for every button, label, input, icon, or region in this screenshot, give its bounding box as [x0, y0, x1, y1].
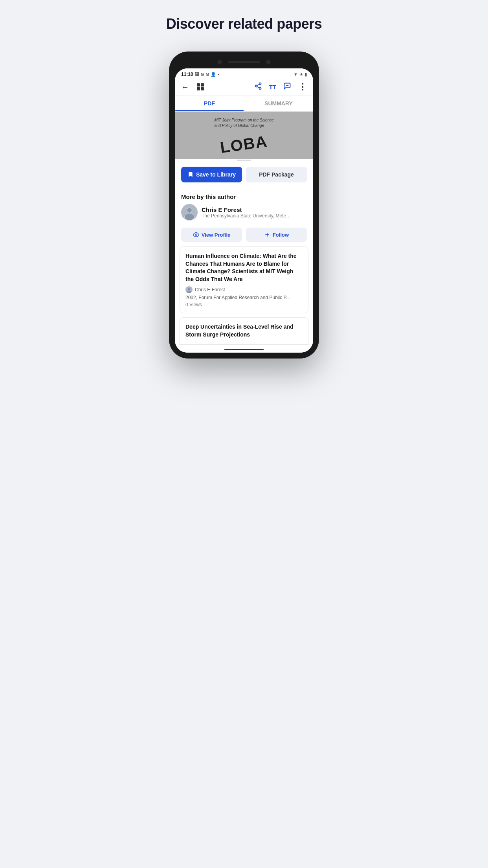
- avatar-svg: [181, 204, 198, 221]
- bottom-sheet: Save to Library PDF Package More by this…: [175, 160, 313, 345]
- save-label: Save to Library: [196, 171, 236, 178]
- dot-status-icon: •: [218, 72, 219, 77]
- page-heading: Discover related papers: [166, 16, 322, 32]
- view-profile-label: View Profile: [202, 232, 230, 238]
- pdf-package-label: PDF Package: [259, 171, 294, 178]
- status-bar: 11:10 🖼 G M 👤 • ▼ ✈ ▮: [175, 68, 313, 79]
- camera-dot-right: [266, 60, 271, 64]
- pdf-big-text: LOBA: [219, 132, 269, 156]
- author-row: Chris E Forest The Pennsylvania State Un…: [181, 204, 307, 221]
- action-buttons-row: Save to Library PDF Package: [175, 167, 313, 189]
- svg-point-11: [195, 234, 197, 235]
- paper-year-journal-1: 2002, Forum For Applied Research and Pub…: [185, 295, 303, 300]
- paper-meta-row-1: Chris E Forest: [185, 286, 303, 293]
- paper-avatar-svg-1: [185, 286, 193, 293]
- gmail-status-icon: M: [205, 72, 209, 77]
- paper-title-2: Deep Uncertainties in Sea-Level Rise and…: [185, 323, 303, 338]
- pdf-preview-area: MIT Joint Program on the Science and Pol…: [175, 112, 313, 159]
- profile-buttons: View Profile Follow: [175, 228, 313, 246]
- follow-button[interactable]: Follow: [246, 228, 307, 242]
- paper-author-avatar-1: [185, 286, 193, 293]
- author-info: Chris E Forest The Pennsylvania State Un…: [202, 206, 307, 219]
- status-right: ▼ ✈ ▮: [294, 72, 307, 77]
- speaker-bar: [228, 61, 260, 63]
- battery-icon: ▮: [305, 72, 307, 77]
- grid-icon[interactable]: [197, 83, 204, 90]
- phone-top-bar: [175, 57, 313, 68]
- tab-pdf[interactable]: PDF: [175, 96, 244, 111]
- save-to-library-button[interactable]: Save to Library: [181, 167, 242, 182]
- paper-views-1: 0 Views: [185, 302, 303, 307]
- person-status-icon: 👤: [211, 72, 216, 77]
- phone-shell: 11:10 🖼 G M 👤 • ▼ ✈ ▮ ←: [169, 52, 319, 358]
- drag-handle: [237, 160, 251, 161]
- pdf-content: MIT Joint Program on the Science and Pol…: [206, 114, 281, 157]
- time-display: 11:10: [181, 72, 193, 77]
- plus-icon: [264, 232, 270, 238]
- status-left: 11:10 🖼 G M 👤 •: [181, 72, 219, 77]
- google-status-icon: G: [201, 72, 204, 77]
- nav-right: TT ⋮: [254, 82, 307, 92]
- author-name: Chris E Forest: [202, 206, 307, 213]
- paper-card-1[interactable]: Human Influence on Climate: What Are the…: [180, 246, 308, 313]
- photo-status-icon: 🖼: [195, 72, 199, 77]
- pdf-title-line1: MIT Joint Program on the Science: [214, 118, 273, 123]
- paper-card-2-partial[interactable]: Deep Uncertainties in Sea-Level Rise and…: [180, 317, 308, 344]
- tab-summary[interactable]: SUMMARY: [244, 96, 313, 111]
- more-by-author-section: More by this author Chris E Forest: [175, 189, 313, 228]
- bookmark-icon: [187, 171, 194, 178]
- svg-line-4: [257, 84, 259, 85]
- author-affiliation: The Pennsylvania State University, Meteo…: [202, 213, 292, 219]
- share-icon[interactable]: [254, 82, 262, 92]
- airplane-icon: ✈: [299, 72, 303, 77]
- author-avatar: [181, 204, 198, 221]
- phone-screen: 11:10 🖼 G M 👤 • ▼ ✈ ▮ ←: [175, 68, 313, 353]
- paper-title-1: Human Influence on Climate: What Are the…: [185, 252, 303, 283]
- more-menu-icon[interactable]: ⋮: [298, 82, 307, 92]
- home-bar: [175, 345, 313, 353]
- more-author-label: More by this author: [181, 193, 307, 200]
- text-size-icon[interactable]: TT: [269, 84, 276, 90]
- tabs: PDF SUMMARY: [175, 96, 313, 112]
- eye-icon: [193, 232, 199, 238]
- nav-left: ←: [181, 83, 204, 92]
- paper-author-name-1: Chris E Forest: [195, 287, 225, 292]
- svg-point-10: [185, 214, 194, 220]
- svg-line-3: [257, 86, 259, 88]
- svg-point-15: [188, 288, 190, 290]
- svg-point-9: [187, 208, 192, 213]
- pdf-package-button[interactable]: PDF Package: [246, 167, 307, 182]
- camera-dot: [217, 60, 222, 64]
- nav-bar: ← TT ⋮: [175, 79, 313, 96]
- follow-label: Follow: [273, 232, 289, 238]
- comment-icon[interactable]: [283, 82, 291, 92]
- pdf-title-line2: and Policy of Global Change: [214, 123, 273, 129]
- view-profile-button[interactable]: View Profile: [181, 228, 242, 242]
- wifi-icon: ▼: [294, 72, 298, 77]
- back-button[interactable]: ←: [181, 83, 189, 92]
- home-indicator: [224, 349, 264, 350]
